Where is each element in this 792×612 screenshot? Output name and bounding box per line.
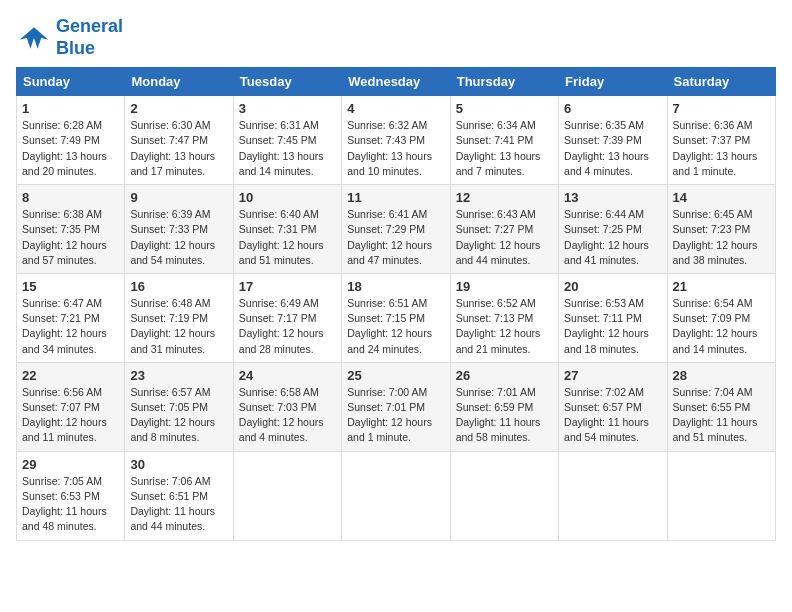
day-number: 15: [22, 279, 119, 294]
calendar-cell: 4Sunrise: 6:32 AMSunset: 7:43 PMDaylight…: [342, 96, 450, 185]
day-number: 2: [130, 101, 227, 116]
day-number: 12: [456, 190, 553, 205]
day-number: 29: [22, 457, 119, 472]
day-info: Sunrise: 7:04 AMSunset: 6:55 PMDaylight:…: [673, 385, 770, 446]
day-number: 27: [564, 368, 661, 383]
day-info: Sunrise: 6:36 AMSunset: 7:37 PMDaylight:…: [673, 118, 770, 179]
calendar-cell: 26Sunrise: 7:01 AMSunset: 6:59 PMDayligh…: [450, 362, 558, 451]
calendar-cell: [559, 451, 667, 540]
calendar-cell: 14Sunrise: 6:45 AMSunset: 7:23 PMDayligh…: [667, 185, 775, 274]
calendar-cell: 16Sunrise: 6:48 AMSunset: 7:19 PMDayligh…: [125, 273, 233, 362]
day-info: Sunrise: 6:40 AMSunset: 7:31 PMDaylight:…: [239, 207, 336, 268]
calendar-cell: [233, 451, 341, 540]
calendar-cell: 5Sunrise: 6:34 AMSunset: 7:41 PMDaylight…: [450, 96, 558, 185]
col-header-monday: Monday: [125, 68, 233, 96]
day-number: 17: [239, 279, 336, 294]
logo: General Blue: [16, 16, 123, 59]
day-number: 4: [347, 101, 444, 116]
day-info: Sunrise: 6:28 AMSunset: 7:49 PMDaylight:…: [22, 118, 119, 179]
col-header-friday: Friday: [559, 68, 667, 96]
page-header: General Blue: [16, 16, 776, 59]
day-number: 10: [239, 190, 336, 205]
day-info: Sunrise: 6:49 AMSunset: 7:17 PMDaylight:…: [239, 296, 336, 357]
day-info: Sunrise: 6:48 AMSunset: 7:19 PMDaylight:…: [130, 296, 227, 357]
week-row-5: 29Sunrise: 7:05 AMSunset: 6:53 PMDayligh…: [17, 451, 776, 540]
calendar-cell: 3Sunrise: 6:31 AMSunset: 7:45 PMDaylight…: [233, 96, 341, 185]
svg-marker-0: [20, 27, 49, 49]
calendar-cell: 11Sunrise: 6:41 AMSunset: 7:29 PMDayligh…: [342, 185, 450, 274]
week-row-2: 8Sunrise: 6:38 AMSunset: 7:35 PMDaylight…: [17, 185, 776, 274]
calendar-cell: 30Sunrise: 7:06 AMSunset: 6:51 PMDayligh…: [125, 451, 233, 540]
calendar-cell: 22Sunrise: 6:56 AMSunset: 7:07 PMDayligh…: [17, 362, 125, 451]
day-info: Sunrise: 6:52 AMSunset: 7:13 PMDaylight:…: [456, 296, 553, 357]
day-info: Sunrise: 7:02 AMSunset: 6:57 PMDaylight:…: [564, 385, 661, 446]
day-info: Sunrise: 6:39 AMSunset: 7:33 PMDaylight:…: [130, 207, 227, 268]
day-info: Sunrise: 6:57 AMSunset: 7:05 PMDaylight:…: [130, 385, 227, 446]
day-info: Sunrise: 6:44 AMSunset: 7:25 PMDaylight:…: [564, 207, 661, 268]
calendar-cell: 13Sunrise: 6:44 AMSunset: 7:25 PMDayligh…: [559, 185, 667, 274]
calendar-table: SundayMondayTuesdayWednesdayThursdayFrid…: [16, 67, 776, 540]
calendar-cell: 18Sunrise: 6:51 AMSunset: 7:15 PMDayligh…: [342, 273, 450, 362]
calendar-cell: 21Sunrise: 6:54 AMSunset: 7:09 PMDayligh…: [667, 273, 775, 362]
day-info: Sunrise: 7:06 AMSunset: 6:51 PMDaylight:…: [130, 474, 227, 535]
day-info: Sunrise: 6:53 AMSunset: 7:11 PMDaylight:…: [564, 296, 661, 357]
logo-icon: [16, 20, 52, 56]
day-info: Sunrise: 6:47 AMSunset: 7:21 PMDaylight:…: [22, 296, 119, 357]
day-info: Sunrise: 7:01 AMSunset: 6:59 PMDaylight:…: [456, 385, 553, 446]
day-number: 6: [564, 101, 661, 116]
day-number: 16: [130, 279, 227, 294]
day-number: 14: [673, 190, 770, 205]
day-info: Sunrise: 6:58 AMSunset: 7:03 PMDaylight:…: [239, 385, 336, 446]
day-number: 5: [456, 101, 553, 116]
col-header-wednesday: Wednesday: [342, 68, 450, 96]
calendar-cell: [450, 451, 558, 540]
day-info: Sunrise: 6:41 AMSunset: 7:29 PMDaylight:…: [347, 207, 444, 268]
day-number: 26: [456, 368, 553, 383]
calendar-cell: 10Sunrise: 6:40 AMSunset: 7:31 PMDayligh…: [233, 185, 341, 274]
calendar-cell: 6Sunrise: 6:35 AMSunset: 7:39 PMDaylight…: [559, 96, 667, 185]
calendar-cell: 12Sunrise: 6:43 AMSunset: 7:27 PMDayligh…: [450, 185, 558, 274]
calendar-cell: [342, 451, 450, 540]
calendar-cell: 20Sunrise: 6:53 AMSunset: 7:11 PMDayligh…: [559, 273, 667, 362]
day-info: Sunrise: 6:43 AMSunset: 7:27 PMDaylight:…: [456, 207, 553, 268]
calendar-cell: 27Sunrise: 7:02 AMSunset: 6:57 PMDayligh…: [559, 362, 667, 451]
day-number: 28: [673, 368, 770, 383]
day-number: 25: [347, 368, 444, 383]
calendar-cell: 2Sunrise: 6:30 AMSunset: 7:47 PMDaylight…: [125, 96, 233, 185]
calendar-cell: 25Sunrise: 7:00 AMSunset: 7:01 PMDayligh…: [342, 362, 450, 451]
day-number: 9: [130, 190, 227, 205]
day-number: 18: [347, 279, 444, 294]
day-info: Sunrise: 6:45 AMSunset: 7:23 PMDaylight:…: [673, 207, 770, 268]
day-info: Sunrise: 6:56 AMSunset: 7:07 PMDaylight:…: [22, 385, 119, 446]
day-number: 8: [22, 190, 119, 205]
day-info: Sunrise: 7:05 AMSunset: 6:53 PMDaylight:…: [22, 474, 119, 535]
col-header-saturday: Saturday: [667, 68, 775, 96]
day-info: Sunrise: 6:30 AMSunset: 7:47 PMDaylight:…: [130, 118, 227, 179]
day-number: 13: [564, 190, 661, 205]
calendar-cell: 15Sunrise: 6:47 AMSunset: 7:21 PMDayligh…: [17, 273, 125, 362]
day-number: 7: [673, 101, 770, 116]
calendar-cell: 1Sunrise: 6:28 AMSunset: 7:49 PMDaylight…: [17, 96, 125, 185]
day-info: Sunrise: 6:51 AMSunset: 7:15 PMDaylight:…: [347, 296, 444, 357]
week-row-1: 1Sunrise: 6:28 AMSunset: 7:49 PMDaylight…: [17, 96, 776, 185]
day-info: Sunrise: 6:54 AMSunset: 7:09 PMDaylight:…: [673, 296, 770, 357]
day-info: Sunrise: 6:32 AMSunset: 7:43 PMDaylight:…: [347, 118, 444, 179]
calendar-cell: 19Sunrise: 6:52 AMSunset: 7:13 PMDayligh…: [450, 273, 558, 362]
day-number: 24: [239, 368, 336, 383]
calendar-cell: 9Sunrise: 6:39 AMSunset: 7:33 PMDaylight…: [125, 185, 233, 274]
week-row-3: 15Sunrise: 6:47 AMSunset: 7:21 PMDayligh…: [17, 273, 776, 362]
day-info: Sunrise: 6:31 AMSunset: 7:45 PMDaylight:…: [239, 118, 336, 179]
day-number: 11: [347, 190, 444, 205]
calendar-cell: 28Sunrise: 7:04 AMSunset: 6:55 PMDayligh…: [667, 362, 775, 451]
calendar-cell: 24Sunrise: 6:58 AMSunset: 7:03 PMDayligh…: [233, 362, 341, 451]
calendar-cell: 17Sunrise: 6:49 AMSunset: 7:17 PMDayligh…: [233, 273, 341, 362]
day-number: 30: [130, 457, 227, 472]
col-header-sunday: Sunday: [17, 68, 125, 96]
day-number: 20: [564, 279, 661, 294]
logo-text: General Blue: [56, 16, 123, 59]
calendar-cell: 23Sunrise: 6:57 AMSunset: 7:05 PMDayligh…: [125, 362, 233, 451]
day-number: 21: [673, 279, 770, 294]
day-number: 3: [239, 101, 336, 116]
day-info: Sunrise: 7:00 AMSunset: 7:01 PMDaylight:…: [347, 385, 444, 446]
day-info: Sunrise: 6:34 AMSunset: 7:41 PMDaylight:…: [456, 118, 553, 179]
